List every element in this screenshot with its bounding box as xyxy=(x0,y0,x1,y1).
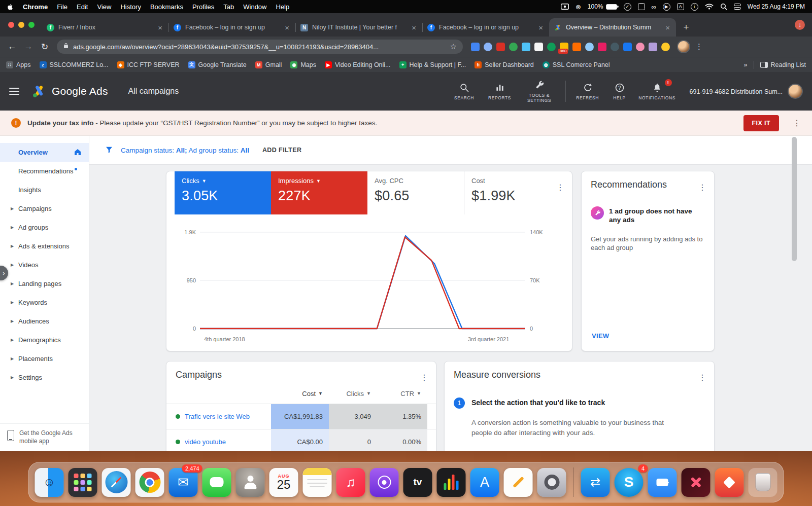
dock-red-diamond-app-icon[interactable] xyxy=(715,468,744,497)
bookmark-help-support[interactable]: +Help & Support | F... xyxy=(399,61,466,68)
extension-icon[interactable] xyxy=(534,43,543,51)
extension-icon[interactable]: 860 xyxy=(560,43,568,51)
new-tab-button[interactable]: + xyxy=(679,20,693,34)
bookmark-maps[interactable]: ◉Maps xyxy=(290,61,316,68)
extension-icon[interactable] xyxy=(572,43,581,51)
tab-fiverr-inbox[interactable]: f Fiverr / Inbox × xyxy=(42,18,168,37)
column-header-ctr[interactable]: CTR▼ xyxy=(377,390,427,397)
card-menu-icon[interactable]: ⋮ xyxy=(698,373,706,382)
bookmark-sslcommerz[interactable]: zSSLCOMMERZ Lo... xyxy=(40,61,109,68)
menubar-item-window[interactable]: Window xyxy=(243,3,266,11)
page-scrollbar[interactable] xyxy=(791,137,798,450)
dock-safari-icon[interactable] xyxy=(102,468,131,497)
dock-calendar-icon[interactable]: AUG 25 xyxy=(269,468,298,497)
extension-icon[interactable] xyxy=(636,43,645,51)
extension-icon[interactable] xyxy=(611,43,619,51)
dock-apple-tv-icon[interactable]: tv xyxy=(403,468,432,497)
sidebar-item-campaigns[interactable]: ▶Campaigns xyxy=(0,199,89,218)
reports-nav-button[interactable]: REPORTS xyxy=(482,83,518,100)
google-ads-logo[interactable]: Google Ads xyxy=(31,84,128,99)
column-header-cost[interactable]: Cost▼ xyxy=(271,390,329,397)
sidebar-item-overview[interactable]: Overview xyxy=(0,143,89,162)
extension-icon[interactable] xyxy=(623,43,632,51)
bookmark-star-icon[interactable]: ☆ xyxy=(450,42,457,51)
scorecard-cost[interactable]: Cost $1.99K xyxy=(464,171,560,214)
scrollbar-thumb[interactable] xyxy=(792,137,797,261)
wifi-icon[interactable] xyxy=(705,4,714,10)
card-menu-icon[interactable]: ⋮ xyxy=(556,183,564,192)
menubar-item-history[interactable]: History xyxy=(120,3,141,11)
search-nav-button[interactable]: SEARCH xyxy=(447,83,482,100)
view-link[interactable]: VIEW xyxy=(592,332,609,340)
dock-textedit-icon[interactable] xyxy=(504,468,533,497)
sidebar-item-demographics[interactable]: ▶Demographics xyxy=(0,331,89,349)
dock-zoom-icon[interactable] xyxy=(648,468,677,497)
grammarly-icon[interactable]: A xyxy=(677,3,684,10)
dock-skype-icon[interactable]: S4 xyxy=(615,468,644,497)
close-window-button[interactable] xyxy=(8,22,14,28)
tab-close-icon[interactable]: × xyxy=(157,23,163,32)
minimize-window-button[interactable] xyxy=(18,22,24,28)
sidebar-item-keywords[interactable]: ▶Keywords xyxy=(0,293,89,312)
bookmarks-overflow-chevron[interactable]: » xyxy=(744,61,748,68)
url-text[interactable]: ads.google.com/aw/overview?ocid=28963404… xyxy=(73,43,446,51)
menubar-item-bookmarks[interactable]: Bookmarks xyxy=(150,3,183,11)
x-circle-icon[interactable]: ⊗ xyxy=(576,4,581,10)
dock-file-transfer-icon[interactable]: ⇄ xyxy=(581,468,610,497)
extension-icon[interactable] xyxy=(496,43,505,51)
menubar-item-file[interactable]: File xyxy=(57,3,67,11)
sidebar-item-recommendations[interactable]: Recommendations xyxy=(0,162,89,180)
bookmark-google-translate[interactable]: 文Google Translate xyxy=(188,61,247,68)
extension-icon[interactable] xyxy=(585,43,594,51)
filter-funnel-icon[interactable] xyxy=(105,145,114,156)
dock-launchpad-icon[interactable] xyxy=(69,468,97,497)
sidebar-item-audiences[interactable]: ▶Audiences xyxy=(0,312,89,331)
bookmark-icc-ftp[interactable]: ◈ICC FTP SERVER xyxy=(117,61,180,68)
bookmark-ssl-comerce[interactable]: ◍SSL Comerce Panel xyxy=(543,61,610,68)
dock-trash-icon[interactable] xyxy=(749,468,777,497)
scorecard-impressions[interactable]: Impressions▼ 227K xyxy=(271,171,367,214)
scorecard-avg-cpc[interactable]: Avg. CPC $0.65 xyxy=(367,171,464,214)
sidebar-item-settings[interactable]: ▶Settings xyxy=(0,368,89,387)
help-nav-button[interactable]: ? HELP xyxy=(605,83,634,100)
dock-app-store-icon[interactable]: A xyxy=(470,468,499,497)
extension-icon[interactable] xyxy=(661,43,670,51)
extension-icon[interactable] xyxy=(471,43,480,51)
lock-icon[interactable] xyxy=(63,42,69,51)
sidebar-item-insights[interactable]: Insights xyxy=(0,180,89,199)
bookmark-seller-dashboard[interactable]: fiSeller Dashboard xyxy=(475,61,534,68)
extension-icon[interactable] xyxy=(522,43,530,51)
bookmark-gmail[interactable]: MGmail xyxy=(255,61,282,68)
card-menu-icon[interactable]: ⋮ xyxy=(420,373,428,382)
dock-stocks-icon[interactable] xyxy=(437,468,466,497)
dock-mail-icon[interactable]: ✉2,474 xyxy=(169,468,198,497)
back-icon[interactable]: ← xyxy=(5,40,19,54)
spotlight-icon[interactable] xyxy=(720,3,727,10)
battery-indicator[interactable]: 100% xyxy=(588,3,617,10)
extension-icon[interactable] xyxy=(649,43,657,51)
downloads-icon[interactable]: ↓ xyxy=(795,20,805,30)
campaign-row[interactable]: Trafic vers le site Web CA$1,991.83 3,04… xyxy=(166,404,436,429)
trend-line-chart[interactable] xyxy=(175,228,560,335)
dock-notes-icon[interactable] xyxy=(303,468,332,497)
apple-menu-icon[interactable] xyxy=(7,3,14,11)
card-menu-icon[interactable]: ⋮ xyxy=(698,183,706,192)
menubar-item-profiles[interactable]: Profiles xyxy=(192,3,214,11)
zoom-window-button[interactable] xyxy=(28,22,35,28)
dock-contacts-icon[interactable] xyxy=(236,468,265,497)
forward-icon[interactable]: → xyxy=(21,40,36,54)
menubar-clock[interactable]: Wed 25 Aug 4:19 PM xyxy=(748,3,805,10)
tab-close-icon[interactable]: × xyxy=(284,23,290,32)
extension-icon[interactable] xyxy=(598,43,606,51)
scorecard-clicks[interactable]: Clicks▼ 3.05K xyxy=(175,171,271,214)
dock-adobe-app-icon[interactable] xyxy=(682,468,710,497)
sidebar-item-videos[interactable]: ▶Videos xyxy=(0,256,89,274)
menubar-item-edit[interactable]: Edit xyxy=(77,3,88,11)
extension-icon[interactable] xyxy=(547,43,556,51)
notifications-nav-button[interactable]: NOTIFICATIONS ! xyxy=(634,83,681,100)
sidebar-item-ads-extensions[interactable]: ▶Ads & extensions xyxy=(0,237,89,256)
extension-icon[interactable] xyxy=(484,43,492,51)
tab-close-icon[interactable]: × xyxy=(664,23,671,32)
control-center-icon[interactable] xyxy=(734,4,741,10)
menubar-item-tab[interactable]: Tab xyxy=(223,3,234,11)
